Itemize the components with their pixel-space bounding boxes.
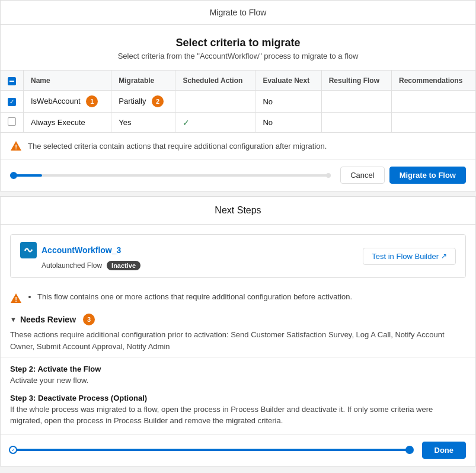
row1-migratable-cell: Partially 2 [111, 91, 175, 113]
step2-title: Step 2: Activate the Flow [10, 365, 466, 373]
next-steps-title: Next Steps [1, 197, 475, 225]
done-button[interactable]: Done [422, 442, 467, 459]
row2-checkbox-cell[interactable] [1, 113, 24, 133]
svg-point-1 [24, 250, 26, 251]
progress-dot-end-blue [405, 446, 414, 454]
row2-resulting-cell [321, 113, 391, 133]
step3-section: Step 3: Deactivate Process (Optional) If… [10, 394, 466, 427]
row2-scheduled-cell: ✓ [175, 113, 255, 133]
progress-track-bottom [10, 449, 413, 451]
bottom-section: Next Steps AccountWorkflow_3 Autolaunche… [0, 196, 476, 466]
progress-dot-end [326, 173, 331, 178]
row2-evaluate-cell: No [255, 113, 321, 133]
flow-meta: Autolaunched Flow Inactive [41, 261, 140, 270]
chevron-down-icon[interactable]: ▼ [10, 316, 17, 323]
warning-list: This flow contains one or more actions t… [28, 292, 352, 301]
table-row: Always Execute Yes ✓ No [1, 113, 475, 133]
row1-checkbox-cell[interactable] [1, 91, 24, 113]
row2-recommendations-cell [392, 113, 475, 133]
row1-name-badge: 1 [86, 95, 98, 107]
flow-icon [20, 242, 37, 258]
checkbox-all[interactable] [8, 77, 16, 85]
needs-review-section: ▼ Needs Review 3 These actions require a… [10, 314, 466, 352]
warning-icon: ! [10, 140, 22, 152]
needs-review-label: Needs Review [20, 315, 76, 324]
table-row: IsWebAccount 1 Partially 2 No [1, 91, 475, 113]
criteria-table: Name Migratable Scheduled Action Evaluat… [1, 70, 475, 132]
external-link-icon: ↗ [441, 252, 447, 260]
step3-body: If the whole process was migrated to a f… [10, 404, 466, 427]
col-header-recommendations: Recommendations [392, 71, 475, 91]
flow-card: AccountWorkflow_3 Autolaunched Flow Inac… [10, 234, 466, 278]
svg-point-2 [31, 250, 33, 251]
row1-recommendations-cell [392, 91, 475, 113]
migrate-button[interactable]: Migrate to Flow [389, 167, 466, 184]
select-criteria-subheader: Select criteria from the "AccountWorkflo… [10, 52, 466, 60]
svg-text:!: ! [15, 143, 17, 151]
test-in-flow-builder-button[interactable]: Test in Flow Builder ↗ [363, 248, 456, 265]
flow-type: Autolaunched Flow [41, 261, 102, 270]
flow-name[interactable]: AccountWorkflow_3 [41, 245, 121, 255]
svg-text:!: ! [15, 296, 17, 303]
step2-body: Activate your new flow. [10, 375, 466, 386]
step3-title: Step 3: Deactivate Process (Optional) [10, 394, 466, 402]
row2-scheduled-checkmark: ✓ [183, 118, 190, 127]
modal-header: Select criteria to migrate Select criter… [1, 25, 475, 70]
row1-checkbox[interactable] [8, 98, 16, 106]
divider-1 [1, 357, 475, 357]
col-header-resulting-flow: Resulting Flow [321, 71, 391, 91]
row2-migratable-cell: Yes [111, 113, 175, 133]
needs-review-header: ▼ Needs Review 3 [10, 314, 466, 325]
flow-name-row: AccountWorkflow_3 [20, 242, 140, 258]
progress-fill-bottom [10, 449, 413, 451]
select-criteria-heading: Select criteria to migrate [10, 37, 466, 49]
row1-migratable-badge: 2 [152, 95, 164, 107]
flow-card-left: AccountWorkflow_3 Autolaunched Flow Inac… [20, 242, 140, 270]
progress-dot-start [10, 172, 17, 179]
warning-bar: ! The selected criteria contain actions … [1, 132, 475, 159]
col-header-name: Name [24, 71, 111, 91]
col-header-migratable: Migratable [111, 71, 175, 91]
row1-evaluate-cell: No [255, 91, 321, 113]
warning-icon-bottom: ! [10, 292, 22, 304]
bottom-progress-area: Done [1, 434, 475, 466]
step2-section: Step 2: Activate the Flow Activate your … [10, 365, 466, 386]
flow-status-badge: Inactive [107, 261, 140, 270]
progress-bar-area: Cancel Migrate to Flow [1, 159, 475, 191]
col-header-checkbox[interactable] [1, 71, 24, 91]
row1-name-cell: IsWebAccount 1 [24, 91, 111, 113]
col-header-scheduled-action: Scheduled Action [175, 71, 255, 91]
top-modal: Migrate to Flow Select criteria to migra… [0, 0, 476, 191]
needs-review-body: These actions require additional configu… [10, 329, 466, 352]
row1-resulting-cell [321, 91, 391, 113]
row2-checkbox[interactable] [8, 117, 16, 126]
warning-list-item: This flow contains one or more actions t… [37, 292, 352, 301]
warning-message-area: ! This flow contains one or more actions… [10, 287, 466, 309]
col-header-evaluate-next: Evaluate Next [255, 71, 321, 91]
warning-text: The selected criteria contain actions th… [28, 142, 327, 151]
row1-scheduled-cell [175, 91, 255, 113]
progress-track [10, 174, 331, 177]
modal-title-bar: Migrate to Flow [1, 1, 475, 25]
cancel-button[interactable]: Cancel [340, 167, 384, 184]
progress-dot-start-blue [9, 446, 17, 454]
modal-title: Migrate to Flow [210, 8, 267, 17]
row2-name-cell: Always Execute [24, 113, 111, 133]
needs-review-badge: 3 [83, 314, 95, 325]
